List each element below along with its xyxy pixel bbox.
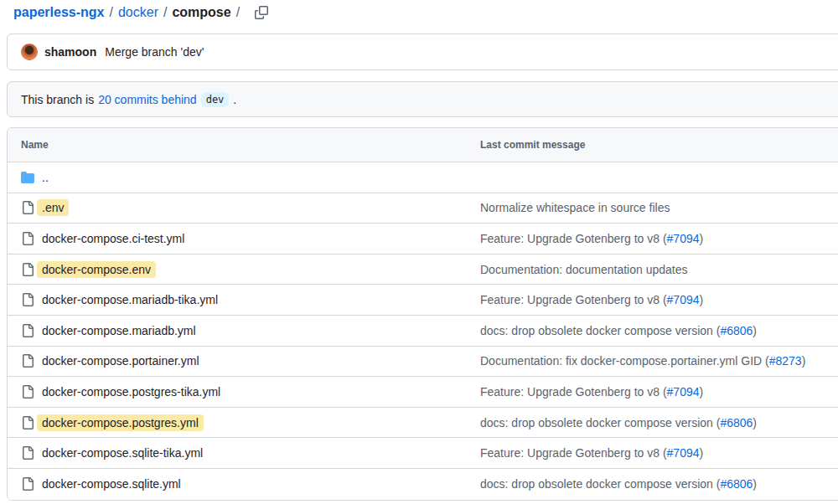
file-name-link[interactable]: docker-compose.portainer.yml — [42, 354, 199, 368]
issue-link[interactable]: #6806 — [720, 477, 753, 491]
commit-message-text: Feature: Upgrade Gotenberg to v8 ( — [480, 293, 667, 306]
file-name-cell: docker-compose.mariadb-tika.yml — [8, 293, 473, 306]
issue-link[interactable]: #6806 — [720, 416, 753, 429]
breadcrumb-separator: / — [104, 5, 117, 20]
commit-message-cell: Feature: Upgrade Gotenberg to v8 (#7094) — [473, 446, 838, 460]
table-row: docker-compose.portainer.yml Documentati… — [8, 347, 838, 378]
file-name-link[interactable]: docker-compose.mariadb-tika.yml — [42, 293, 218, 306]
file-name-cell: docker-compose.postgres.yml — [8, 414, 473, 431]
file-name-cell: docker-compose.postgres-tika.yml — [8, 385, 473, 399]
commits-behind-link[interactable]: 20 commits behind — [98, 93, 197, 106]
commit-message-text: docs: drop obsolete docker compose versi… — [480, 416, 720, 429]
commit-message-text: Feature: Upgrade Gotenberg to v8 ( — [480, 446, 667, 460]
breadcrumb-separator: / — [158, 5, 172, 20]
commit-message-text: docs: drop obsolete docker compose versi… — [480, 324, 720, 337]
breadcrumb-repo-link[interactable]: paperless-ngx — [13, 5, 104, 20]
commit-message-link[interactable]: Merge branch 'dev' — [105, 45, 204, 59]
table-row: docker-compose.mariadb.yml docs: drop ob… — [8, 316, 838, 347]
file-name-link[interactable]: docker-compose.mariadb.yml — [42, 324, 196, 337]
file-icon — [21, 385, 34, 399]
commit-message-text: ) — [700, 293, 704, 306]
file-name-link[interactable]: docker-compose.ci-test.yml — [42, 232, 184, 245]
avatar[interactable] — [21, 44, 38, 60]
commit-message-cell: docs: drop obsolete docker compose versi… — [473, 416, 838, 429]
copy-path-button[interactable] — [255, 6, 268, 19]
breadcrumb-dir-link[interactable]: docker — [118, 5, 158, 20]
table-row: docker-compose.mariadb-tika.yml Feature:… — [8, 285, 838, 316]
commit-message-cell: docs: drop obsolete docker compose versi… — [473, 324, 838, 337]
commit-message-text: ) — [700, 385, 704, 399]
file-name-link[interactable]: .. — [42, 171, 49, 184]
file-name-cell: docker-compose.sqlite-tika.yml — [8, 446, 473, 460]
commit-message-cell: Feature: Upgrade Gotenberg to v8 (#7094) — [473, 232, 838, 245]
file-icon — [21, 477, 34, 491]
file-name-link[interactable]: docker-compose.postgres.yml — [37, 414, 204, 431]
issue-link[interactable]: #7094 — [667, 385, 700, 399]
table-row: docker-compose.sqlite-tika.yml Feature: … — [8, 438, 838, 469]
breadcrumb-current-dir: compose — [172, 5, 230, 20]
commit-message-cell: Feature: Upgrade Gotenberg to v8 (#7094) — [473, 385, 838, 399]
file-name-link[interactable]: docker-compose.env — [37, 261, 156, 278]
folder-icon — [21, 171, 34, 184]
latest-commit-bar: shamoon Merge branch 'dev' — [7, 33, 838, 70]
issue-link[interactable]: #7094 — [667, 446, 700, 460]
commit-message-cell: Feature: Upgrade Gotenberg to v8 (#7094) — [473, 293, 838, 306]
branch-notice-banner: This branch is 20 commits behind dev . — [7, 81, 838, 117]
branch-notice-period: . — [233, 93, 236, 106]
file-name-link[interactable]: .env — [37, 199, 69, 216]
table-row: docker-compose.env Documentation: docume… — [8, 255, 838, 285]
commit-message-text: Documentation: fix docker-compose.portai… — [480, 354, 769, 368]
file-name-cell: docker-compose.sqlite.yml — [8, 477, 473, 491]
file-name-link[interactable]: docker-compose.sqlite-tika.yml — [42, 446, 203, 460]
column-header-name: Name — [8, 139, 473, 151]
commit-message-text: Documentation: documentation updates — [480, 263, 688, 276]
issue-link[interactable]: #7094 — [667, 293, 700, 306]
table-row: docker-compose.ci-test.yml Feature: Upgr… — [8, 224, 838, 255]
commit-message-text: docs: drop obsolete docker compose versi… — [480, 477, 720, 491]
file-name-cell: .env — [8, 199, 473, 216]
commit-message-text: ) — [753, 477, 757, 491]
commit-message-text: Normalize whitespace in source files — [480, 201, 670, 214]
commit-message-text: ) — [802, 354, 806, 368]
commit-message-text: ) — [700, 446, 704, 460]
commit-message-cell: Normalize whitespace in source files — [473, 201, 838, 214]
commit-message-text: ) — [753, 324, 757, 337]
file-icon — [21, 324, 34, 337]
file-icon — [21, 354, 34, 368]
file-name-link[interactable]: docker-compose.postgres-tika.yml — [42, 385, 220, 399]
file-table-body: .. .env Normalize whitespace in source f… — [8, 162, 838, 500]
file-icon — [21, 416, 34, 429]
file-table-header: Name Last commit message — [8, 128, 838, 162]
commit-message-cell: Documentation: documentation updates — [473, 263, 838, 276]
file-name-link[interactable]: docker-compose.sqlite.yml — [42, 477, 181, 491]
file-name-cell: .. — [8, 171, 473, 184]
issue-link[interactable]: #7094 — [667, 232, 700, 245]
table-row: docker-compose.postgres-tika.yml Feature… — [8, 377, 838, 408]
commit-message-text: ) — [753, 416, 757, 429]
file-table: Name Last commit message .. .env Normal — [7, 127, 838, 501]
commit-message-cell: Documentation: fix docker-compose.portai… — [473, 354, 838, 368]
table-row: docker-compose.sqlite.yml docs: drop obs… — [8, 469, 838, 500]
commit-message-cell: docs: drop obsolete docker compose versi… — [473, 477, 838, 491]
file-icon — [21, 201, 34, 214]
table-row: .env Normalize whitespace in source file… — [8, 193, 838, 224]
copy-icon — [255, 6, 268, 19]
breadcrumb: paperless-ngx / docker / compose / — [0, 0, 838, 21]
branch-label[interactable]: dev — [201, 92, 230, 107]
file-name-cell: docker-compose.env — [8, 261, 473, 278]
file-name-cell: docker-compose.mariadb.yml — [8, 324, 473, 337]
issue-link[interactable]: #6806 — [720, 324, 753, 337]
file-name-cell: docker-compose.ci-test.yml — [8, 232, 473, 245]
commit-author-link[interactable]: shamoon — [44, 45, 96, 59]
table-row: .. — [8, 162, 838, 193]
column-header-last-commit-message: Last commit message — [473, 139, 838, 151]
commit-message-text: ) — [700, 232, 704, 245]
file-icon — [21, 232, 34, 245]
file-icon — [21, 293, 34, 306]
file-name-cell: docker-compose.portainer.yml — [8, 354, 473, 368]
commit-message-text: Feature: Upgrade Gotenberg to v8 ( — [480, 232, 667, 245]
file-icon — [21, 263, 34, 276]
issue-link[interactable]: #8273 — [769, 354, 802, 368]
file-icon — [21, 446, 34, 460]
branch-notice-text: This branch is — [21, 93, 94, 106]
